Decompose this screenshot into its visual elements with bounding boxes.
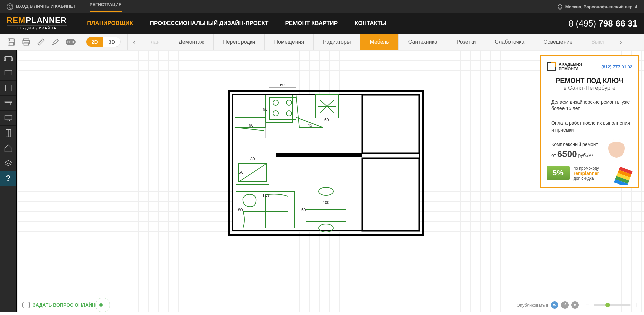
tools-icon[interactable] (51, 37, 60, 47)
ad-discount-badge: 5% (547, 166, 570, 180)
svg-text:80: 80 (250, 157, 255, 161)
ask-online-button[interactable]: ЗАДАТЬ ВОПРОС ОНЛАЙН (22, 298, 110, 312)
ad-title: РЕМОНТ ПОД КЛЮЧ (547, 77, 632, 85)
sidebar-table[interactable] (0, 96, 16, 111)
ad-subtitle: в Санкт-Петербурге (547, 85, 632, 91)
tab-plumbing[interactable]: Сантехника (398, 34, 447, 50)
tab-furniture[interactable]: Мебель (360, 34, 398, 50)
sidebar-tv[interactable] (0, 111, 16, 126)
vk-icon[interactable]: w (551, 301, 558, 309)
svg-text:60: 60 (324, 118, 329, 122)
view-toggle: 2D 3D (86, 37, 121, 47)
ad-person-image (596, 135, 637, 185)
nav-repair[interactable]: РЕМОНТ КВАРТИР (285, 20, 338, 27)
svg-text:80: 80 (238, 208, 243, 212)
svg-rect-1 (10, 39, 13, 41)
svg-text:140: 140 (262, 194, 269, 198)
divider (83, 4, 83, 10)
zoom-slider[interactable] (594, 304, 631, 306)
user-icon (7, 3, 13, 10)
svg-text:90: 90 (263, 107, 268, 112)
save-icon[interactable] (7, 37, 16, 47)
svg-rect-2 (9, 42, 14, 45)
tabs-next[interactable]: › (614, 34, 627, 50)
svg-text:60: 60 (239, 170, 244, 175)
svg-text:100: 100 (323, 200, 329, 205)
pin-icon (557, 3, 564, 10)
login-link[interactable]: ВХОД В ЛИЧНЫЙ КАБИНЕТ (7, 3, 76, 10)
svg-rect-6 (5, 57, 12, 60)
furniture-sidebar: ? (0, 50, 17, 312)
sidebar-help[interactable]: ? (0, 171, 16, 186)
svg-text:90: 90 (249, 123, 254, 128)
register-link[interactable]: РЕГИСТРАЦИЯ (90, 2, 122, 12)
svg-rect-26 (276, 153, 362, 157)
chat-icon (22, 302, 30, 308)
svg-rect-17 (5, 116, 12, 120)
svg-rect-11 (5, 85, 11, 91)
ad-feature-1: Делаем дизайнерские ремонты уже более 15… (547, 96, 632, 115)
tab-sockets[interactable]: Розетки (447, 34, 485, 50)
svg-rect-9 (5, 70, 12, 75)
nav-planner[interactable]: ПЛАНИРОВЩИК (87, 20, 133, 27)
tab-lowcurrent[interactable]: Слаботочка (485, 34, 534, 50)
location-link[interactable]: Москва, Варсонофьевский пер. 4 (565, 4, 637, 9)
tab-lighting[interactable]: Освещение (534, 34, 582, 50)
tab-partitions[interactable]: Перегородки (213, 34, 264, 50)
tab-switches[interactable]: Выкл (582, 34, 614, 50)
svg-rect-14 (5, 101, 12, 103)
ad-panel[interactable]: АКАДЕМИЯРЕМОНТА (812) 777 01 02 РЕМОНТ П… (540, 55, 639, 188)
sidebar-sofa[interactable] (0, 50, 16, 65)
sidebar-layers[interactable] (0, 156, 16, 171)
topbar: ВХОД В ЛИЧНЫЙ КАБИНЕТ РЕГИСТРАЦИЯ Москва… (0, 0, 644, 13)
fb-icon[interactable]: f (561, 301, 569, 309)
pulse-circle-icon (95, 298, 110, 312)
canvas-footer: ЗАДАТЬ ВОПРОС ОНЛАЙН Опубликовать в w f … (17, 298, 644, 312)
nav-design[interactable]: ПРОФЕССИОНАЛЬНЫЙ ДИЗАЙН-ПРОЕКТ (150, 20, 269, 27)
main-nav: REMPLANNER СТУДИЯ ДИЗАЙНА ПЛАНИРОВЩИК ПР… (0, 13, 644, 34)
svg-rect-3 (23, 39, 29, 40)
sidebar-bed[interactable] (0, 65, 16, 81)
tab-rooms[interactable]: Помещения (264, 34, 313, 50)
ad-feature-2: Оплата работ после их выполнения и приём… (547, 117, 632, 136)
tabs-prev[interactable]: ‹ (127, 34, 141, 50)
toolbar: PRO 2D 3D ‹ лан Демонтаж Перегородки Пом… (0, 34, 644, 50)
nav-contacts[interactable]: КОНТАКТЫ (355, 20, 386, 27)
tab-demolition[interactable]: Демонтаж (169, 34, 213, 50)
zoom-in-button[interactable]: + (635, 301, 639, 309)
tab-radiators[interactable]: Радиаторы (313, 34, 360, 50)
svg-rect-24 (362, 95, 419, 153)
view-3d[interactable]: 3D (103, 37, 120, 47)
logo[interactable]: REMPLANNER СТУДИЯ ДИЗАЙНА (7, 16, 67, 31)
pro-badge[interactable]: PRO (66, 39, 76, 45)
view-2d[interactable]: 2D (86, 37, 103, 47)
ok-icon[interactable]: o (571, 301, 579, 309)
ruler-icon[interactable] (36, 37, 46, 47)
ad-logo-icon (547, 62, 556, 71)
sidebar-dresser[interactable] (0, 81, 16, 96)
print-icon[interactable] (21, 37, 31, 47)
svg-text:50: 50 (301, 208, 306, 212)
tab-plan[interactable]: лан (141, 34, 169, 50)
floorplan[interactable]: 60 (225, 84, 427, 238)
phone-number[interactable]: 8 (495) 798 66 31 (569, 18, 637, 29)
svg-text:45: 45 (308, 123, 312, 128)
sidebar-fridge[interactable] (0, 126, 16, 141)
svg-text:60: 60 (280, 84, 285, 87)
zoom-out-button[interactable]: − (585, 301, 590, 309)
publish-group: Опубликовать в w f o (517, 301, 579, 309)
svg-rect-25 (362, 158, 419, 231)
sidebar-house[interactable] (0, 141, 16, 156)
ad-phone[interactable]: (812) 777 01 02 (601, 64, 632, 69)
canvas[interactable]: 60 (17, 50, 644, 312)
